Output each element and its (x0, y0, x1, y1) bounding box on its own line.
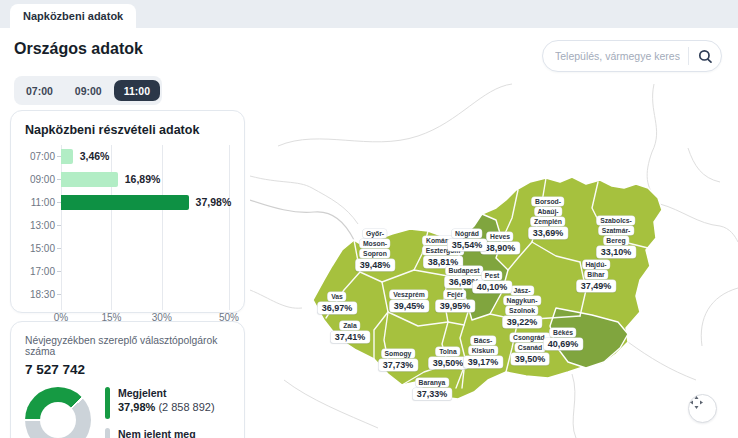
participation-bar-chart: 07:0009:0011:0013:0015:0017:0018:30 3,46… (11, 139, 244, 312)
map-pan-button[interactable] (688, 394, 717, 423)
gridline (111, 145, 112, 310)
search-icon[interactable] (689, 49, 721, 64)
y-tick-label: 13:00 (11, 214, 55, 237)
row-tick (57, 271, 61, 272)
y-tick-label: 07:00 (11, 145, 55, 168)
legend-item: Nem jelent meg62,02% (4 668 850) (105, 428, 215, 438)
voters-panel-title: Névjegyzékben szereplő választópolgárok … (25, 335, 230, 357)
time-toggle-0700[interactable]: 07:00 (16, 80, 63, 101)
county-name-line: Nagykun- (504, 296, 541, 305)
county-label-zala[interactable]: Zala37,41% (331, 321, 370, 343)
county-turnout-value: 39,50% (429, 357, 468, 369)
legend-label: Nem jelent meg (118, 428, 215, 438)
county-label-somogy[interactable]: Somogy37,73% (379, 349, 418, 371)
y-tick-label: 09:00 (11, 168, 55, 191)
voters-total: 7 527 742 (25, 362, 230, 377)
bar-value-label: 3,46% (80, 149, 110, 164)
county-name-line: Veszprém (390, 290, 428, 299)
y-tick-label: 17:00 (11, 260, 55, 283)
time-toggle-1100[interactable]: 11:00 (114, 80, 160, 101)
county-name-line: Bihar (584, 270, 607, 279)
county-turnout-value: 39,50% (511, 353, 550, 365)
gridline (229, 145, 230, 310)
donut-legend: Megjelent37,98% (2 858 892)Nem jelent me… (105, 387, 215, 438)
county-turnout-value: 39,48% (356, 259, 395, 271)
county-turnout-value: 33,69% (529, 227, 568, 239)
county-turnout-value: 38,90% (481, 242, 520, 254)
county-label-vas[interactable]: Vas36,97% (318, 292, 357, 314)
bar-chart-y-labels: 07:0009:0011:0013:0015:0017:0018:30 (11, 145, 55, 306)
search-input[interactable] (543, 50, 688, 62)
county-name-line: Győr- (363, 229, 387, 238)
search-box (542, 40, 722, 72)
county-label-bks[interactable]: Békés40,69% (544, 328, 583, 350)
county-turnout-value: 39,95% (436, 300, 475, 312)
county-name-line: Békés (550, 328, 576, 337)
row-tick (57, 248, 61, 249)
turnout-donut-chart (25, 387, 91, 438)
county-label-veszprm[interactable]: Veszprém39,45% (390, 290, 429, 312)
gridline (61, 145, 62, 310)
county-turnout-value: 40,10% (473, 281, 512, 293)
county-turnout-value: 40,69% (544, 338, 583, 350)
hungary-county-map[interactable]: Győr-Moson-Sopron39,48%Komárom-Esztergom… (250, 28, 738, 438)
y-tick-label: 18:30 (11, 283, 55, 306)
county-turnout-value: 35,54% (448, 239, 487, 251)
county-turnout-value: 37,73% (379, 359, 418, 371)
county-label-pest[interactable]: Pest40,10% (473, 271, 512, 293)
county-name-line: Hajdú- (582, 260, 609, 269)
voters-panel: Névjegyzékben szereplő választópolgárok … (10, 321, 245, 438)
county-name-line: Moson- (360, 239, 390, 248)
county-label-hajdbihar[interactable]: Hajdú-Bihar37,49% (577, 260, 616, 292)
y-tick-label: 15:00 (11, 237, 55, 260)
county-turnout-value: 37,41% (331, 331, 370, 343)
gridline (162, 145, 163, 310)
pan-arrows-icon (689, 395, 704, 410)
county-turnout-value: 39,22% (503, 316, 542, 328)
county-label-tolna[interactable]: Tolna39,50% (429, 347, 468, 369)
bar-07:00 (61, 149, 73, 164)
county-label-baranya[interactable]: Baranya37,33% (413, 378, 452, 400)
county-name-line: Bereg (603, 236, 628, 245)
county-name-line: Szatmár- (599, 226, 634, 235)
county-name-line: Pest (482, 271, 502, 280)
county-label-ngrd[interactable]: Nógrád35,54% (448, 229, 487, 251)
participation-panel-title: Napközbeni részvételi adatok (25, 123, 230, 137)
county-name-line: Csanád (515, 343, 546, 352)
legend-item: Megjelent37,98% (2 858 892) (105, 387, 215, 419)
county-turnout-value: 39,17% (464, 356, 503, 368)
county-label-heves[interactable]: Heves38,90% (481, 232, 520, 254)
county-name-line: Zala (340, 321, 360, 330)
time-toggle-0900[interactable]: 09:00 (65, 80, 112, 101)
county-name-line: Zemplén (531, 217, 565, 226)
bar-chart-plot: 3,46%16,89%37,98% (61, 145, 229, 306)
county-name-line: Tolna (436, 347, 460, 356)
county-label-fejr[interactable]: Fejér39,95% (436, 290, 475, 312)
county-name-line: Sopron (360, 249, 390, 258)
county-label-szabolcsszatmrbereg[interactable]: Szabolcs-Szatmár-Bereg33,10% (597, 216, 636, 258)
county-label-bcskiskun[interactable]: Bács-Kiskun39,17% (464, 336, 503, 368)
y-tick-label: 11:00 (11, 191, 55, 214)
county-name-line: Baranya (416, 378, 449, 387)
participation-panel: Napközbeni részvételi adatok 07:0009:001… (10, 110, 245, 313)
tab-napkozbeni-adatok[interactable]: Napközbeni adatok (10, 4, 136, 28)
county-label-gyrmosonsopron[interactable]: Győr-Moson-Sopron39,48% (356, 229, 395, 271)
county-name-line: Kiskun (469, 346, 498, 355)
county-name-line: Somogy (382, 349, 415, 358)
county-name-line: Borsod- (532, 197, 564, 206)
bar-value-label: 37,98% (196, 195, 232, 210)
county-turnout-value: 37,33% (413, 388, 452, 400)
row-tick (57, 294, 61, 295)
county-turnout-value: 33,10% (597, 246, 636, 258)
county-name-line: Jász- (510, 286, 533, 295)
legend-swatch (105, 387, 110, 419)
county-name-line: Nógrád (452, 229, 482, 238)
county-turnout-value: 39,45% (390, 300, 429, 312)
legend-label: Megjelent (118, 387, 215, 399)
county-name-line: Abaúj- (534, 207, 561, 216)
county-turnout-value: 37,49% (577, 280, 616, 292)
county-label-borsodabajzempln[interactable]: Borsod-Abaúj-Zemplén33,69% (529, 197, 568, 239)
county-name-line: Fejér (444, 290, 466, 299)
page-title: Országos adatok (14, 40, 143, 58)
county-name-line: Szolnok (506, 306, 538, 315)
